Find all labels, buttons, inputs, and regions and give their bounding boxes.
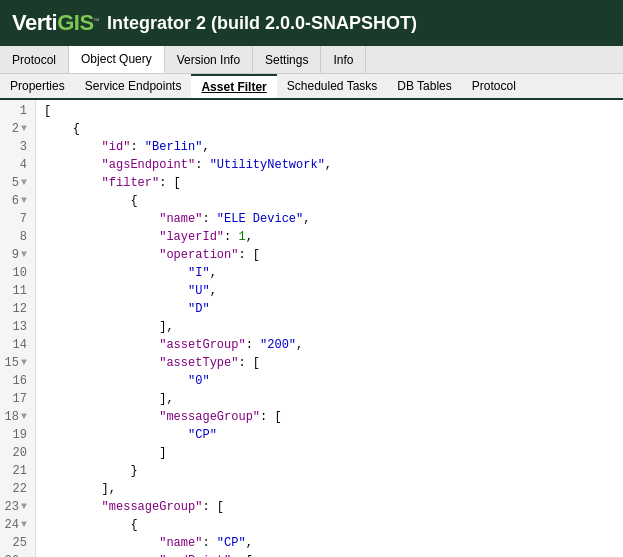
line-number-25: 25	[4, 534, 31, 552]
code-line-14: "assetGroup": "200",	[44, 336, 615, 354]
tab1-info[interactable]: Info	[321, 46, 366, 73]
line-number-12: 12	[4, 300, 31, 318]
tab2-db-tables[interactable]: DB Tables	[387, 74, 461, 98]
line-number-2: 2▼	[4, 120, 31, 138]
line-number-4: 4	[4, 156, 31, 174]
code-line-18: "messageGroup": [	[44, 408, 615, 426]
line-number-10: 10	[4, 264, 31, 282]
code-line-20: ]	[44, 444, 615, 462]
line-number-5: 5▼	[4, 174, 31, 192]
tab2-asset-filter[interactable]: Asset Filter	[191, 74, 276, 98]
code-line-1: [	[44, 102, 615, 120]
line-number-8: 8	[4, 228, 31, 246]
code-content: [ { "id": "Berlin", "agsEndpoint": "Util…	[36, 100, 623, 557]
code-line-12: "D"	[44, 300, 615, 318]
line-number-6: 6▼	[4, 192, 31, 210]
code-line-8: "layerId": 1,	[44, 228, 615, 246]
line-number-11: 11	[4, 282, 31, 300]
code-line-3: "id": "Berlin",	[44, 138, 615, 156]
line-number-23: 23▼	[4, 498, 31, 516]
line-number-26: 26▼	[4, 552, 31, 557]
line-number-7: 7	[4, 210, 31, 228]
tab1-protocol[interactable]: Protocol	[0, 46, 69, 73]
line-number-14: 14	[4, 336, 31, 354]
code-line-19: "CP"	[44, 426, 615, 444]
code-line-25: "name": "CP",	[44, 534, 615, 552]
code-line-2: {	[44, 120, 615, 138]
code-line-23: "messageGroup": [	[44, 498, 615, 516]
code-line-16: "0"	[44, 372, 615, 390]
logo-tm: ™	[94, 18, 99, 28]
tab1-object-query[interactable]: Object Query	[69, 46, 165, 73]
line-number-21: 21	[4, 462, 31, 480]
code-line-13: ],	[44, 318, 615, 336]
primary-tabs: ProtocolObject QueryVersion InfoSettings…	[0, 46, 623, 74]
app-title: Integrator 2 (build 2.0.0-SNAPSHOT)	[107, 13, 417, 34]
tab2-properties[interactable]: Properties	[0, 74, 75, 98]
secondary-tabs: PropertiesService EndpointsAsset FilterS…	[0, 74, 623, 100]
line-number-3: 3	[4, 138, 31, 156]
line-number-19: 19	[4, 426, 31, 444]
line-number-20: 20	[4, 444, 31, 462]
tab1-version-info[interactable]: Version Info	[165, 46, 253, 73]
code-line-10: "I",	[44, 264, 615, 282]
tab2-service-endpoints[interactable]: Service Endpoints	[75, 74, 192, 98]
code-line-24: {	[44, 516, 615, 534]
code-line-4: "agsEndpoint": "UtilityNetwork",	[44, 156, 615, 174]
line-number-22: 22	[4, 480, 31, 498]
logo: VertiGIS	[12, 10, 94, 36]
code-line-15: "assetType": [	[44, 354, 615, 372]
code-line-26: "endPoint": [	[44, 552, 615, 557]
code-area: 12▼345▼6▼789▼101112131415▼161718▼1920212…	[0, 100, 623, 557]
tab1-settings[interactable]: Settings	[253, 46, 321, 73]
code-line-17: ],	[44, 390, 615, 408]
line-number-15: 15▼	[4, 354, 31, 372]
line-number-1: 1	[4, 102, 31, 120]
line-number-18: 18▼	[4, 408, 31, 426]
line-number-13: 13	[4, 318, 31, 336]
code-line-11: "U",	[44, 282, 615, 300]
line-number-17: 17	[4, 390, 31, 408]
line-numbers: 12▼345▼6▼789▼101112131415▼161718▼1920212…	[0, 100, 36, 557]
code-line-6: {	[44, 192, 615, 210]
code-line-22: ],	[44, 480, 615, 498]
app-header: VertiGIS™ Integrator 2 (build 2.0.0-SNAP…	[0, 0, 623, 46]
tab2-protocol[interactable]: Protocol	[462, 74, 526, 98]
tab2-scheduled-tasks[interactable]: Scheduled Tasks	[277, 74, 388, 98]
code-line-9: "operation": [	[44, 246, 615, 264]
line-number-9: 9▼	[4, 246, 31, 264]
code-line-7: "name": "ELE Device",	[44, 210, 615, 228]
line-number-24: 24▼	[4, 516, 31, 534]
code-line-5: "filter": [	[44, 174, 615, 192]
line-number-16: 16	[4, 372, 31, 390]
code-line-21: }	[44, 462, 615, 480]
